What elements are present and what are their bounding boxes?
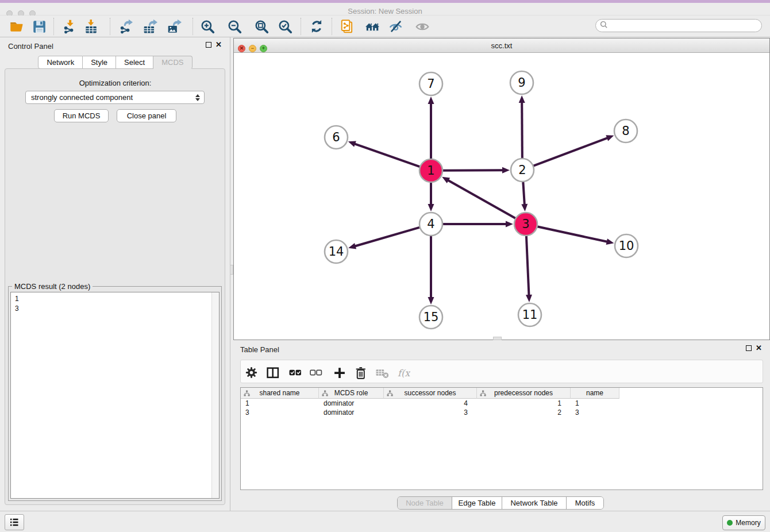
node-table-body: 1dominator4113dominator323	[241, 399, 763, 417]
graph-node-8[interactable]: 8	[614, 119, 637, 142]
graph-edge-3-11[interactable]	[526, 236, 529, 295]
graph-node-4[interactable]: 4	[419, 213, 442, 236]
tab-motifs[interactable]: Motifs	[567, 497, 603, 509]
column-header-label: predecessor nodes	[494, 389, 553, 397]
close-panel-button[interactable]: Close panel	[117, 109, 176, 122]
table-panel: Table Panel ✕ f(x) shared nameMCDS roles…	[233, 342, 770, 510]
graph-edge-2-3[interactable]	[523, 182, 525, 205]
graph-edge-3-1[interactable]	[448, 180, 516, 218]
refresh-icon[interactable]	[309, 18, 325, 34]
graph-node-3[interactable]: 3	[514, 213, 537, 236]
table-cell[interactable]: 4	[384, 399, 477, 408]
tab-edge-table[interactable]: Edge Table	[452, 497, 502, 509]
graph-node-1[interactable]: 1	[419, 159, 442, 182]
tab-style[interactable]: Style	[83, 56, 116, 69]
import-network-icon[interactable]	[61, 18, 77, 34]
table-row[interactable]: 1dominator411	[241, 399, 763, 408]
network-window-titlebar[interactable]: ✕−+ scc.txt	[234, 38, 769, 53]
zoom-out-icon[interactable]	[226, 18, 242, 34]
houses-icon[interactable]	[364, 18, 380, 34]
horizontal-splitter-handle[interactable]	[493, 337, 502, 340]
table-row[interactable]: 3dominator323	[241, 408, 763, 417]
graph-edge-1-6[interactable]	[355, 144, 420, 167]
save-icon[interactable]	[31, 18, 47, 34]
memory-button[interactable]: Memory	[722, 515, 765, 530]
eye-slash-icon[interactable]	[388, 18, 404, 34]
toolbar-separator	[110, 18, 110, 35]
tab-mcds[interactable]: MCDS	[153, 56, 192, 69]
tab-select[interactable]: Select	[116, 56, 153, 69]
column-header-MCDS-role[interactable]: MCDS role	[319, 388, 384, 399]
table-cell[interactable]: 2	[477, 408, 571, 417]
column-header-shared-name[interactable]: shared name	[241, 388, 319, 399]
control-panel-tabs: NetworkStyleSelectMCDS	[0, 56, 230, 69]
graph-edge-4-14[interactable]	[355, 228, 420, 246]
zoom-in-icon[interactable]	[199, 18, 215, 34]
select-all-icon[interactable]	[288, 365, 302, 379]
graph-edge-2-9[interactable]	[522, 102, 522, 159]
column-header-predecessor-nodes[interactable]: predecessor nodes	[477, 388, 571, 399]
task-history-button[interactable]	[5, 514, 24, 530]
float-table-panel-icon[interactable]	[746, 345, 752, 351]
network-view-title: scc.txt	[234, 41, 769, 50]
table-tabs: Node TableEdge TableNetwork TableMotifs	[397, 496, 604, 510]
graph-node-label: 9	[518, 76, 525, 90]
mcds-result-scrollbar[interactable]	[211, 292, 219, 498]
columns-icon[interactable]	[265, 365, 279, 379]
tab-node-table[interactable]: Node Table	[398, 497, 452, 509]
export-network-icon[interactable]	[117, 18, 133, 34]
table-cell[interactable]: 3	[241, 408, 319, 417]
deselect-all-icon[interactable]	[309, 365, 322, 379]
document-network-icon[interactable]	[339, 18, 355, 34]
search-box[interactable]	[595, 19, 762, 32]
control-panel-title: Control Panel	[8, 42, 53, 51]
graph-node-15[interactable]: 15	[419, 306, 442, 329]
export-table-icon[interactable]	[142, 18, 158, 34]
add-icon[interactable]	[332, 365, 346, 379]
optimization-criterion-value: strongly connected component	[31, 93, 133, 102]
control-panel: Control Panel ✕ NetworkStyleSelectMCDS O…	[0, 37, 230, 511]
graph-node-6[interactable]: 6	[325, 126, 348, 149]
export-image-icon[interactable]	[166, 18, 182, 34]
zoom-fit-icon[interactable]	[253, 18, 270, 34]
optimization-criterion-select[interactable]: strongly connected component	[25, 91, 205, 104]
table-cell[interactable]: dominator	[319, 399, 384, 408]
graph-node-11[interactable]: 11	[518, 303, 541, 326]
graph-node-label: 3	[522, 217, 529, 231]
graph-node-label: 8	[622, 124, 629, 138]
graph-node-7[interactable]: 7	[419, 72, 442, 95]
table-cell[interactable]: dominator	[319, 408, 384, 417]
folder-open-icon[interactable]	[8, 18, 24, 34]
graph-node-10[interactable]: 10	[615, 234, 638, 257]
float-panel-icon[interactable]	[206, 42, 211, 48]
zoom-selected-icon[interactable]	[277, 18, 293, 34]
close-table-panel-icon[interactable]: ✕	[756, 345, 762, 351]
tab-network[interactable]: Network	[38, 56, 83, 69]
table-cell[interactable]: 1	[571, 399, 619, 408]
fx-icon: f(x)	[394, 365, 413, 379]
graph-node-9[interactable]: 9	[510, 71, 533, 94]
table-cell[interactable]: 1	[477, 399, 571, 408]
network-canvas[interactable]: 7968124314101511	[234, 53, 769, 340]
mcds-result-textarea[interactable]: 13	[10, 292, 220, 499]
graph-node-14[interactable]: 14	[325, 240, 348, 263]
gear-icon[interactable]	[244, 365, 258, 379]
toolbar-separator	[53, 18, 54, 35]
import-table-icon[interactable]	[83, 18, 99, 34]
table-cell[interactable]: 1	[241, 399, 319, 408]
table-cell[interactable]: 3	[571, 408, 619, 417]
column-header-successor-nodes[interactable]: successor nodes	[384, 388, 477, 399]
table-cell[interactable]: 3	[384, 408, 477, 417]
close-panel-icon[interactable]: ✕	[215, 42, 222, 48]
tab-network-table[interactable]: Network Table	[502, 497, 567, 509]
run-mcds-button[interactable]: Run MCDS	[54, 109, 109, 122]
graph-edge-2-8[interactable]	[533, 138, 607, 166]
graph-node-2[interactable]: 2	[511, 159, 534, 182]
column-header-name[interactable]: name	[571, 388, 619, 399]
trash-icon[interactable]	[353, 365, 367, 379]
search-input[interactable]	[610, 22, 754, 30]
list-icon	[8, 516, 21, 529]
graph-edge-3-10[interactable]	[537, 226, 607, 242]
vertical-splitter-handle[interactable]	[230, 265, 233, 275]
graph-edge-1-2[interactable]	[442, 170, 503, 171]
